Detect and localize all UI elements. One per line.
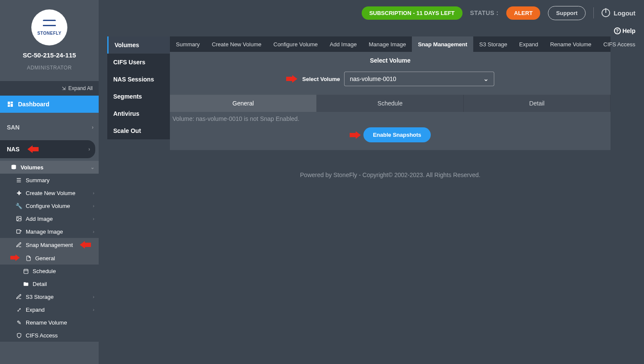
help-label: Help [623, 27, 635, 34]
alert-button[interactable]: ALERT [506, 6, 540, 20]
subtree-s3[interactable]: S3 Storage › [0, 290, 99, 303]
subtree-detail-label: Detail [33, 281, 47, 287]
dashboard-icon [7, 101, 14, 108]
subtree-add-image[interactable]: Add Image › [0, 212, 99, 225]
subtree-expand[interactable]: ⤢ Expand › [0, 303, 99, 316]
tab-manage-image[interactable]: Manage Image [363, 36, 412, 52]
topbar: SUBSCRIPTION - 11 DAYS LEFT STATUS : ALE… [99, 0, 644, 26]
chevron-right-icon: › [92, 124, 94, 130]
shield-icon [15, 332, 22, 339]
subtree-configure[interactable]: 🔧 Configure Volume › [0, 199, 99, 212]
nas-subtree: Volumes ⌄ ☰ Summary ✚ Create New Volume … [0, 161, 99, 342]
footer-text: Powered by StoneFly - Copyright© 2002-20… [170, 171, 611, 178]
subtree-summary[interactable]: ☰ Summary [0, 174, 99, 187]
chevron-icon: › [93, 190, 94, 196]
subtree-general[interactable]: General [0, 252, 99, 265]
svg-point-2 [18, 217, 18, 218]
chevron-icon: ⌄ [91, 165, 94, 170]
subtree-general-label: General [35, 255, 55, 262]
tab-s3[interactable]: S3 Storage [473, 36, 513, 52]
help-link[interactable]: ? Help [614, 27, 635, 34]
nav-nas[interactable]: NAS › [0, 140, 95, 158]
menu2-segments[interactable]: Segments [107, 88, 170, 105]
logout-button[interactable]: Logout [602, 9, 635, 17]
logo: STONEFLY SC-50-215-24-115 ADMINISTRATOR [0, 0, 99, 81]
menu2-volumes[interactable]: Volumes [107, 36, 170, 54]
document-icon [25, 255, 32, 262]
subtree-snap-label: Snap Management [26, 242, 73, 248]
nav-dashboard[interactable]: Dashboard [0, 96, 99, 113]
tab-add-image[interactable]: Add Image [324, 36, 363, 52]
top-tabs: Summary Create New Volume Configure Volu… [170, 36, 611, 52]
database-icon [10, 164, 17, 171]
subscription-pill[interactable]: SUBSCRIPTION - 11 DAYS LEFT [362, 6, 463, 20]
plus-icon: ✚ [15, 190, 22, 196]
tab-summary[interactable]: Summary [170, 36, 206, 52]
logo-brand: STONEFLY [37, 31, 61, 36]
user-role: ADMINISTRATOR [27, 65, 72, 71]
select-volume-dropdown[interactable]: nas-volume-0010 [344, 72, 494, 86]
status-label: STATUS : [470, 9, 499, 16]
expand-icon: ⇲ [62, 86, 66, 91]
subtree-manage-image[interactable]: Manage Image › [0, 225, 99, 238]
image-icon [15, 215, 22, 222]
subtree-rename[interactable]: ✎ Rename Volume [0, 316, 99, 329]
power-icon [602, 9, 610, 17]
subtab-general[interactable]: General [170, 95, 317, 112]
chevron-right-icon: › [88, 146, 90, 152]
sub-tabs: General Schedule Detail [170, 95, 611, 112]
subtree-configure-label: Configure Volume [26, 203, 70, 209]
content-panel: Select Volume Select Volume nas-volume-0… [170, 52, 611, 150]
logout-label: Logout [614, 9, 635, 17]
expand-all-button[interactable]: ⇲ Expand All [0, 81, 99, 96]
secondary-menu: Volumes CIFS Users NAS Sessions Segments… [107, 36, 170, 139]
subtree-volumes-label: Volumes [21, 164, 43, 171]
logo-circle: STONEFLY [31, 9, 67, 45]
menu2-nas-sessions[interactable]: NAS Sessions [107, 71, 170, 88]
tab-create[interactable]: Create New Volume [206, 36, 268, 52]
tab-cifs[interactable]: CIFS Access [597, 36, 641, 52]
tab-snap[interactable]: Snap Management [412, 36, 473, 52]
subtree-schedule-label: Schedule [33, 268, 56, 274]
subtree-create[interactable]: ✚ Create New Volume › [0, 187, 99, 199]
tab-configure[interactable]: Configure Volume [267, 36, 324, 52]
red-arrow-annotation [350, 131, 362, 139]
tab-rename[interactable]: Rename Volume [544, 36, 597, 52]
support-button[interactable]: Support [548, 6, 586, 20]
subtab-detail[interactable]: Detail [464, 95, 611, 112]
subtree-create-label: Create New Volume [26, 190, 76, 196]
select-row: Select Volume nas-volume-0010 [170, 69, 611, 95]
svg-rect-4 [24, 269, 28, 274]
enable-snapshots-button[interactable]: Enable Snapshots [363, 127, 431, 142]
tab-expand[interactable]: Expand [513, 36, 544, 52]
subtree-snap[interactable]: Snap Management [0, 238, 99, 252]
subtree-s3-label: S3 Storage [26, 294, 54, 300]
expand-icon: ⤢ [15, 306, 22, 313]
list-icon: ☰ [15, 177, 22, 184]
select-volume-value: nas-volume-0010 [350, 75, 396, 82]
calendar-icon [22, 268, 29, 274]
subtab-schedule[interactable]: Schedule [317, 95, 463, 112]
subtree-volumes[interactable]: Volumes ⌄ [0, 161, 99, 174]
red-arrow-annotation [79, 241, 91, 249]
subtree-manage-image-label: Manage Image [26, 229, 63, 235]
expand-all-label: Expand All [68, 85, 93, 91]
menu2-antivirus[interactable]: Antivirus [107, 105, 170, 122]
pencil-icon: ✎ [15, 319, 22, 326]
subtree-detail[interactable]: Detail [0, 277, 99, 290]
host-name: SC-50-215-24-115 [23, 51, 76, 59]
red-arrow-annotation [286, 75, 298, 83]
menu2-cifs-users[interactable]: CIFS Users [107, 54, 170, 71]
red-arrow-annotation [10, 254, 21, 261]
nav-dashboard-label: Dashboard [18, 101, 49, 108]
select-volume-label: Select Volume [302, 76, 340, 82]
svg-rect-3 [17, 230, 20, 233]
red-arrow-annotation [27, 145, 39, 153]
subtree-cifs-label: CIFS Access [26, 332, 57, 339]
subtree-cifs[interactable]: CIFS Access [0, 329, 99, 342]
subtree-add-image-label: Add Image [26, 216, 53, 222]
nav-san[interactable]: SAN › [0, 119, 99, 136]
menu2-scale-out[interactable]: Scale Out [107, 122, 170, 139]
subtree-schedule[interactable]: Schedule [0, 265, 99, 277]
panel-title: Select Volume [170, 52, 611, 69]
